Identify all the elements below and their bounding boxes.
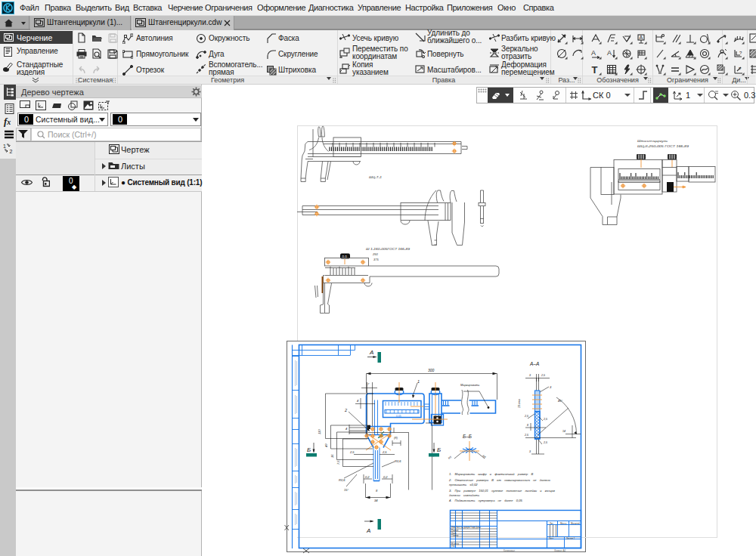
svg-text:?: ?	[739, 51, 742, 55]
svg-text:A: A	[591, 49, 596, 57]
svg-text:2: 2	[10, 149, 13, 154]
svg-text:A: A	[607, 49, 612, 57]
svg-text:1: 1	[3, 144, 6, 149]
svg-text:?: ?	[739, 66, 742, 71]
svg-text:A: A	[640, 35, 643, 40]
svg-text:T: T	[592, 64, 598, 75]
